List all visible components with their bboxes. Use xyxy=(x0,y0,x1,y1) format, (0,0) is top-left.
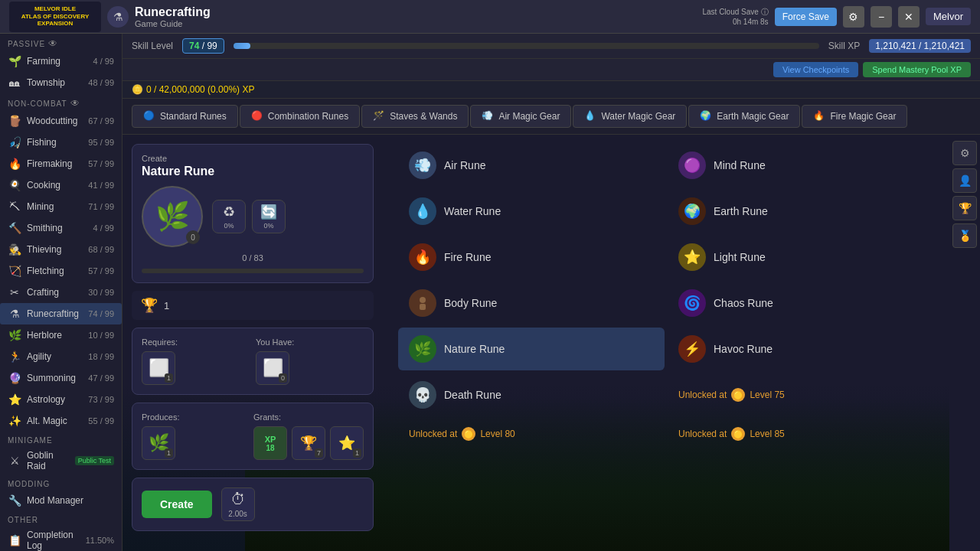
create-button[interactable]: Create xyxy=(142,491,212,518)
sub-icon-1-glyph: ♻ xyxy=(223,204,235,220)
sidebar-item-alt-magic[interactable]: ✨ Alt. Magic 55 / 99 xyxy=(0,410,122,432)
settings-button[interactable]: ⚙ xyxy=(843,6,864,28)
sidebar-item-astrology[interactable]: ⭐ Astrology 73 / 99 xyxy=(0,389,122,410)
sidebar-item-farming[interactable]: 🌱 Farming 4 / 99 xyxy=(0,51,122,72)
havoc-rune-label: Havoc Rune xyxy=(714,343,773,355)
content-area: Create Nature Rune 🌿 0 ♻ 0% xyxy=(122,135,980,551)
skill-bar: Skill Level 74 / 99 Skill XP 1,210,421 /… xyxy=(122,34,980,59)
create-progress-bar xyxy=(142,269,364,273)
sub-icon-1[interactable]: ♻ 0% xyxy=(212,200,246,233)
prod-grants-grid: Produces: 🌿 1 Grants: XP 18 xyxy=(142,412,364,460)
rune-item-chaos[interactable]: 🌀 Chaos Rune xyxy=(668,282,934,324)
rune-item-locked-80: Unlocked at 🟡 Level 80 xyxy=(398,419,665,448)
completion-log-icon: 📋 xyxy=(8,533,21,547)
sidebar-item-herblore[interactable]: 🌿 Herblore 10 / 99 xyxy=(0,324,122,346)
requires-you-have-card: Requires: ⬜ 1 You Have: ⬜ 0 xyxy=(132,328,374,395)
tab-water-magic-gear[interactable]: 💧 Water Magic Gear xyxy=(573,105,687,128)
sidebar-item-fletching[interactable]: 🏹 Fletching 57 / 99 xyxy=(0,260,122,282)
sidebar-item-cooking[interactable]: 🍳 Cooking 41 / 99 xyxy=(0,174,122,196)
create-header: Create xyxy=(142,154,364,163)
mod-manager-icon: 🔧 xyxy=(8,494,21,507)
staves-wands-icon: 🪄 xyxy=(373,110,385,122)
trophy-side-button[interactable]: 🏆 xyxy=(952,196,977,220)
tabs: 🔵 Standard Runes 🔴 Combination Runes 🪄 S… xyxy=(122,99,980,135)
rune-item-water[interactable]: 💧 Water Rune xyxy=(398,190,665,233)
mastery-trophy-icon: 🏆 xyxy=(141,297,158,314)
unlock-text-75: Unlocked at xyxy=(678,390,727,400)
topbar-left: MELVOR IDLE ATLAS OF DISCOVERY EXPANSION… xyxy=(9,2,211,32)
logo-text: MELVOR IDLE ATLAS OF DISCOVERY EXPANSION xyxy=(21,5,89,28)
force-save-button[interactable]: Force Save xyxy=(775,8,837,26)
unlock-coin-80-icon: 🟡 xyxy=(462,427,475,441)
view-checkpoints-button[interactable]: View Checkpoints xyxy=(773,62,858,77)
tab-air-magic-gear[interactable]: 💨 Air Magic Gear xyxy=(470,105,571,128)
tab-earth-magic-gear[interactable]: 🌍 Earth Magic Gear xyxy=(688,105,800,128)
topbar-right: Last Cloud Save ⓘ 0h 14m 8s Force Save ⚙… xyxy=(702,6,971,28)
sidebar-item-woodcutting[interactable]: 🪵 Woodcutting 67 / 99 xyxy=(0,110,122,132)
sidebar-item-firemaking[interactable]: 🔥 Firemaking 57 / 99 xyxy=(0,153,122,174)
sub-icon-2[interactable]: 🔄 0% xyxy=(252,200,286,233)
firemaking-icon: 🔥 xyxy=(8,157,21,171)
right-side-buttons: ⚙ 👤 🏆 🏅 xyxy=(949,135,980,551)
xp-bar-container xyxy=(234,43,819,49)
sidebar-item-township[interactable]: 🏘 Township 48 / 99 xyxy=(0,72,122,93)
sidebar-item-goblin-raid[interactable]: ⚔ Goblin Raid Public Test xyxy=(0,446,122,475)
requires-label: Requires: xyxy=(142,337,250,347)
rune-item-body[interactable]: Body Rune xyxy=(398,282,665,324)
farming-count: 4 / 99 xyxy=(93,57,114,66)
rune-item-mind[interactable]: 🟣 Mind Rune xyxy=(668,144,934,187)
rune-item-havoc[interactable]: ⚡ Havoc Rune xyxy=(668,328,934,370)
grants-section: Grants: XP 18 🏆 7 xyxy=(253,412,364,460)
rune-item-nature[interactable]: 🌿 Nature Rune xyxy=(398,328,665,370)
medal-side-button[interactable]: 🏅 xyxy=(952,223,977,248)
rune-item-death[interactable]: 💀 Death Rune xyxy=(398,373,665,416)
spend-mastery-button[interactable]: Spend Mastery Pool XP xyxy=(863,62,971,77)
locked-85-row: Unlocked at 🟡 Level 85 xyxy=(678,427,785,441)
sidebar-item-fishing[interactable]: 🎣 Fishing 95 / 99 xyxy=(0,132,122,153)
noncombat-eye-icon[interactable]: 👁 xyxy=(70,98,80,109)
game-guide[interactable]: Game Guide xyxy=(135,19,211,28)
sidebar: PASSIVE 👁 🌱 Farming 4 / 99 🏘 Township 48… xyxy=(0,34,122,551)
smithing-icon: 🔨 xyxy=(8,221,21,235)
settings-side-button[interactable]: ⚙ xyxy=(952,141,977,165)
crafting-icon: ✂ xyxy=(8,285,21,299)
sidebar-item-runecrafting[interactable]: ⚗ Runecrafting 74 / 99 xyxy=(0,303,122,324)
progress-bar-row: 0 / 83 xyxy=(142,253,364,262)
tab-combination-runes[interactable]: 🔴 Combination Runes xyxy=(240,105,360,128)
character-side-button[interactable]: 👤 xyxy=(952,168,977,193)
sidebar-item-agility[interactable]: 🏃 Agility 18 / 99 xyxy=(0,346,122,367)
rune-item-light[interactable]: ⭐ Light Rune xyxy=(668,236,934,279)
sidebar-item-thieving[interactable]: 🕵 Thieving 68 / 99 xyxy=(0,239,122,260)
sidebar-item-summoning[interactable]: 🔮 Summoning 47 / 99 xyxy=(0,367,122,389)
user-area[interactable]: Melvor xyxy=(926,8,971,25)
runecrafting-icon: ⚗ xyxy=(8,307,21,321)
tab-fire-magic-gear[interactable]: 🔥 Fire Magic Gear xyxy=(802,105,907,128)
svg-point-0 xyxy=(420,297,426,303)
sidebar-item-smithing[interactable]: 🔨 Smithing 4 / 99 xyxy=(0,217,122,239)
sidebar-item-mining[interactable]: ⛏ Mining 71 / 99 xyxy=(0,196,122,217)
fire-magic-gear-icon: 🔥 xyxy=(813,110,825,122)
earth-rune-label: Earth Rune xyxy=(714,205,768,217)
fire-rune-icon: 🔥 xyxy=(409,243,436,271)
passive-eye-icon[interactable]: 👁 xyxy=(48,38,58,49)
rune-item-air[interactable]: 💨 Air Rune xyxy=(398,144,665,187)
rune-item-earth[interactable]: 🌍 Earth Rune xyxy=(668,190,934,233)
locked-75-row: Unlocked at 🟡 Level 75 xyxy=(678,388,785,402)
sidebar-item-mod-manager[interactable]: 🔧 Mod Manager xyxy=(0,490,122,511)
minus-button[interactable]: − xyxy=(871,6,892,28)
tab-staves-wands[interactable]: 🪄 Staves & Wands xyxy=(361,105,469,128)
produces-item: 🌿 1 xyxy=(142,426,175,460)
herblore-icon: 🌿 xyxy=(8,328,21,342)
skill-title-area: ⚗ Runecrafting Game Guide xyxy=(107,5,211,28)
sub-icon-2-label: 0% xyxy=(263,222,273,230)
unlock-text-85: Unlocked at xyxy=(678,429,727,439)
tab-standard-runes[interactable]: 🔵 Standard Runes xyxy=(132,105,238,128)
you-have-section: You Have: ⬜ 0 xyxy=(256,337,364,385)
rune-item-fire[interactable]: 🔥 Fire Rune xyxy=(398,236,665,279)
timer-glyph: ⏱ xyxy=(230,491,246,508)
mastery-buttons-row: View Checkpoints Spend Mastery Pool XP xyxy=(122,59,980,81)
sidebar-item-crafting[interactable]: ✂ Crafting 30 / 99 xyxy=(0,282,122,303)
sidebar-item-completion-log[interactable]: 📋 Completion Log 11.50% xyxy=(0,526,122,551)
close-button[interactable]: ✕ xyxy=(898,6,920,28)
unlock-level-75: Level 75 xyxy=(750,390,784,400)
